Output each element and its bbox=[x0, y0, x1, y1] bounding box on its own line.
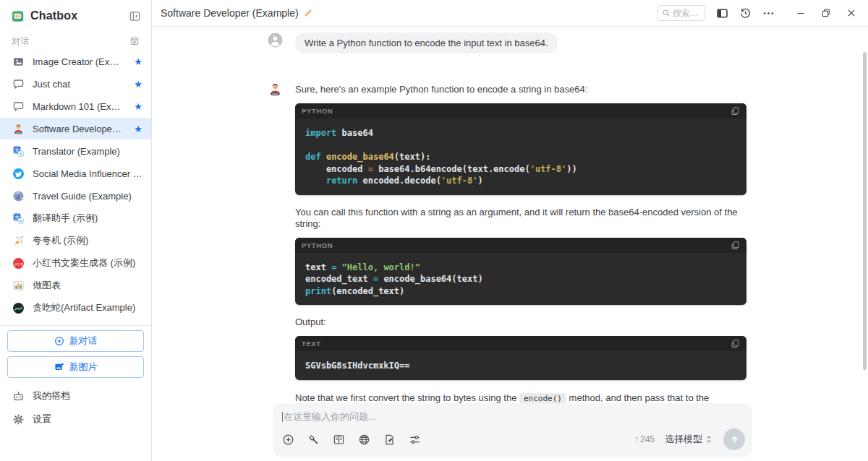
xiaohongshu-icon: 小红书 bbox=[12, 257, 25, 270]
new-image-label: 新图片 bbox=[69, 361, 98, 374]
sidebar-conversation-item[interactable]: 文A翻译助手 (示例) bbox=[0, 207, 151, 229]
sidebar-conversation-item[interactable]: Markdown 101 (Example)★ bbox=[0, 95, 151, 117]
chat-bubble-icon bbox=[12, 78, 25, 90]
conversation-title: 贪吃蛇(Artifact Example) bbox=[33, 301, 142, 314]
conversation-title: Software Developer (Example) bbox=[33, 124, 123, 134]
more-options-icon[interactable] bbox=[762, 7, 775, 20]
conversation-title-header: Software Developer (Example) bbox=[161, 7, 299, 19]
chat-bubble-icon bbox=[12, 100, 25, 113]
edit-title-pencil-icon[interactable] bbox=[304, 9, 312, 17]
conversation-title: Travel Guide (Example) bbox=[33, 191, 142, 202]
composer-input[interactable]: 在这里输入你的问题... bbox=[282, 410, 744, 423]
assistant-message-row: Sure, here's an example Python function … bbox=[268, 82, 746, 454]
plus-circle-icon bbox=[54, 336, 64, 346]
code-content: SGVsbG8sIHdvcmxkIQ== bbox=[295, 351, 746, 380]
conversation-title: 小红书文案生成器 (示例) bbox=[33, 257, 142, 270]
code-language-label: TEXT bbox=[302, 340, 321, 348]
translate-icon: 文A bbox=[12, 145, 25, 158]
assistant-call-paragraph: You can call this function with a string… bbox=[295, 207, 746, 230]
settings-sliders-icon[interactable] bbox=[409, 434, 421, 446]
image-icon bbox=[12, 56, 25, 68]
code-block-python-1: PYTHONimport base64 def encode_base64(te… bbox=[295, 103, 746, 195]
clear-conversations-icon[interactable] bbox=[129, 36, 140, 46]
chat-scroll-area[interactable]: Write a Python function to encode the in… bbox=[152, 27, 868, 461]
text-caret bbox=[282, 412, 283, 422]
svg-text:A: A bbox=[20, 218, 22, 223]
collapse-sidebar-icon[interactable] bbox=[129, 10, 141, 22]
settings-link[interactable]: 设置 bbox=[0, 408, 151, 431]
sidebar-conversation-item[interactable]: 文ATranslator (Example) bbox=[0, 140, 151, 162]
new-image-button[interactable]: 新图片 bbox=[7, 356, 144, 378]
travel-globe-icon bbox=[12, 190, 25, 202]
sidebar-conversation-item[interactable]: Image Creator (Example)★ bbox=[0, 51, 151, 72]
composer[interactable]: 在这里输入你的问题... ↑245 选择模型 bbox=[273, 403, 752, 457]
my-copilots-link[interactable]: 我的搭档 bbox=[0, 384, 151, 408]
svg-text:A: A bbox=[20, 151, 22, 155]
restore-window-icon[interactable] bbox=[821, 8, 831, 18]
knowledge-book-icon[interactable] bbox=[333, 434, 345, 446]
conversation-title: 翻译助手 (示例) bbox=[33, 212, 142, 225]
new-chat-label: 新对话 bbox=[69, 335, 98, 348]
chat-scrollbar-thumb[interactable] bbox=[863, 52, 867, 370]
conversation-title: Social Media Influencer (Example) bbox=[33, 168, 142, 179]
quote-doc-icon[interactable] bbox=[383, 434, 396, 446]
sidebar-conversation-item[interactable]: 贪吃蛇(Artifact Example) bbox=[0, 297, 151, 319]
history-icon[interactable] bbox=[739, 7, 752, 20]
conversation-title: Image Creator (Example) bbox=[33, 56, 123, 67]
translate-icon: 文A bbox=[12, 212, 25, 225]
output-label: Output: bbox=[295, 316, 746, 328]
sidebar-footer-links: 我的搭档 设置 bbox=[0, 384, 151, 431]
copy-icon[interactable] bbox=[731, 339, 740, 348]
snake-game-icon bbox=[12, 302, 25, 314]
user-avatar-icon bbox=[268, 33, 283, 48]
sidebar-conversation-item[interactable]: Travel Guide (Example) bbox=[0, 185, 151, 207]
model-select[interactable]: 选择模型 bbox=[665, 433, 713, 446]
sidebar-conversation-item[interactable]: Software Developer (Example)★ bbox=[0, 118, 151, 139]
settings-label: 设置 bbox=[33, 413, 51, 426]
sidebar-conversation-item[interactable]: 夸夸机 (示例) bbox=[0, 230, 151, 251]
code-block-output: TEXTSGVsbG8sIHdvcmxkIQ== bbox=[295, 336, 746, 380]
copy-icon[interactable] bbox=[731, 106, 740, 116]
conversations-section-header: 对话 bbox=[0, 32, 151, 51]
code-language-label: PYTHON bbox=[302, 241, 333, 249]
user-message-bubble: Write a Python function to encode the in… bbox=[295, 33, 558, 53]
search-input[interactable] bbox=[673, 8, 701, 18]
sidebar-conversation-item[interactable]: Social Media Influencer (Example) bbox=[0, 163, 151, 184]
my-copilots-label: 我的搭档 bbox=[33, 389, 70, 402]
sidebar-conversation-item[interactable]: Just chat★ bbox=[0, 73, 151, 95]
new-chat-button[interactable]: 新对话 bbox=[7, 330, 144, 352]
sidebar-divider bbox=[0, 325, 151, 326]
tools-hammer-icon[interactable] bbox=[307, 434, 320, 446]
star-icon: ★ bbox=[134, 101, 142, 112]
sidebar-conversation-item[interactable]: 做图表 bbox=[0, 275, 151, 296]
main-header: Software Developer (Example) bbox=[152, 0, 868, 27]
twitter-bird-icon bbox=[12, 168, 25, 180]
app-title: Chatbox bbox=[30, 9, 77, 22]
code-block-header: PYTHON bbox=[295, 238, 746, 253]
layout-toggle-icon[interactable] bbox=[716, 7, 728, 20]
new-image-icon bbox=[54, 362, 64, 372]
code-block-header: PYTHON bbox=[295, 103, 746, 119]
code-content: import base64 def encode_base64(text): e… bbox=[295, 119, 746, 195]
chatbox-logo-icon bbox=[12, 10, 24, 22]
send-button[interactable] bbox=[723, 428, 745, 450]
sidebar-conversation-item[interactable]: 小红书小红书文案生成器 (示例) bbox=[0, 252, 151, 274]
close-window-icon[interactable] bbox=[846, 8, 856, 18]
window-controls bbox=[796, 8, 859, 18]
conversation-list: Image Creator (Example)★Just chat★Markdo… bbox=[0, 51, 151, 319]
conversation-title: Just chat bbox=[33, 79, 123, 90]
star-icon: ★ bbox=[134, 79, 142, 90]
minimize-window-icon[interactable] bbox=[796, 8, 806, 18]
copy-icon[interactable] bbox=[731, 241, 740, 250]
robot-icon bbox=[12, 390, 25, 402]
svg-text:小红书: 小红书 bbox=[14, 262, 24, 265]
composer-toolbar-icons bbox=[282, 434, 421, 446]
token-counter: ↑245 bbox=[634, 434, 655, 444]
web-globe-icon[interactable] bbox=[358, 434, 370, 446]
conversation-title: Translator (Example) bbox=[33, 146, 142, 157]
attach-plus-icon[interactable] bbox=[282, 434, 294, 446]
search-box[interactable] bbox=[658, 5, 705, 21]
send-arrow-icon bbox=[728, 434, 741, 446]
star-icon: ★ bbox=[134, 124, 142, 134]
conversation-title: 夸夸机 (示例) bbox=[33, 234, 142, 247]
